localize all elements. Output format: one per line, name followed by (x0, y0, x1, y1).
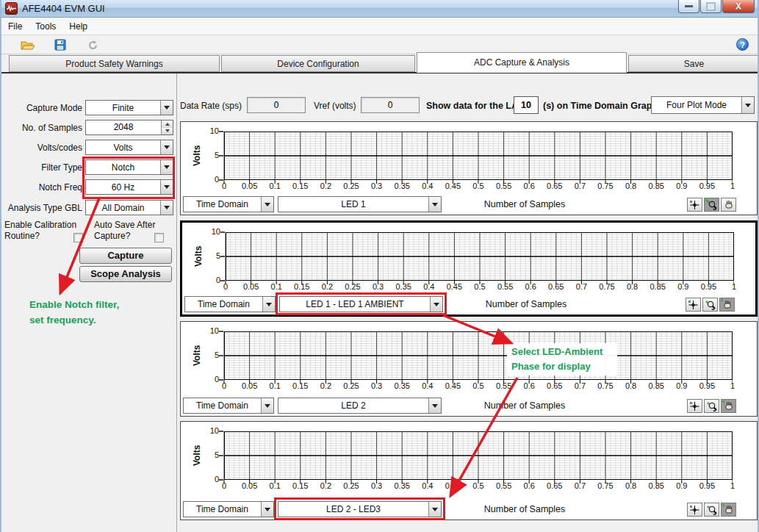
time-domain-select[interactable]: Time Domain (183, 501, 274, 517)
cursor-tool-button[interactable] (687, 503, 702, 517)
cursor-tool-icon (689, 505, 700, 515)
tab-product-safety-warnings[interactable]: Product Safety Warnings (9, 55, 220, 72)
x-tick-label: 1 (719, 282, 749, 291)
scope-analysis-button[interactable]: Scope Analysis (79, 266, 172, 282)
plot-mode-select[interactable]: Four Plot Mode (651, 96, 755, 114)
y-axis-title: Volts (191, 432, 203, 479)
field-no-of-samples: No. of Samples 2048 (3, 120, 173, 136)
chevron-down-icon[interactable] (160, 101, 173, 115)
tab-adc-capture-analysis[interactable]: ADC Capture & Analysis (417, 52, 627, 73)
waveform-graph-panel: Volts 1050 00.050.10.150.20.250.30.350.4… (180, 220, 758, 317)
refresh-button[interactable] (84, 37, 101, 52)
volts-codes-select[interactable]: Volts (85, 140, 173, 155)
help-button[interactable]: ? (736, 38, 749, 51)
channel-select[interactable]: LED 2 - LED3 (278, 501, 442, 517)
capture-button[interactable]: Capture (79, 248, 172, 264)
pan-tool-icon (724, 200, 734, 209)
plot-area[interactable] (218, 330, 733, 384)
menu-tools[interactable]: Tools (29, 19, 62, 34)
app-icon (5, 2, 18, 15)
zoom-tool-icon (705, 300, 716, 310)
vref-value: 0 (361, 97, 420, 113)
x-axis-title: Number of Samples (467, 299, 585, 309)
show-last-input[interactable]: 10 (514, 96, 539, 114)
graph-palette (687, 399, 736, 413)
field-volts-codes: Volts/codes Volts (3, 140, 173, 156)
minimize-icon (685, 5, 693, 7)
titlebar[interactable]: AFE4404 EVM GUI X (1, 0, 758, 18)
y-tick-label: 5 (203, 450, 219, 459)
zoom-tool-button[interactable] (704, 399, 719, 413)
time-domain-select[interactable]: Time Domain (183, 196, 274, 212)
zoom-tool-button[interactable] (704, 503, 719, 517)
spin-up-icon[interactable] (162, 121, 173, 128)
time-domain-select[interactable]: Time Domain (184, 296, 276, 312)
zoom-tool-icon (706, 505, 718, 515)
analysis-type-select[interactable]: All Domain (85, 200, 173, 215)
y-tick-label: 10 (204, 227, 220, 236)
chevron-down-icon[interactable] (430, 297, 442, 312)
x-axis-title: Number of Samples (466, 400, 583, 411)
plot-area[interactable] (218, 430, 733, 484)
window-title: AFE4404 EVM GUI (22, 3, 105, 14)
chevron-down-icon[interactable] (261, 197, 273, 212)
notch-freq-select[interactable]: 60 Hz (85, 179, 173, 195)
plot-area[interactable] (218, 130, 733, 184)
save-icon (54, 39, 66, 51)
maximize-button[interactable] (700, 0, 722, 13)
pan-tool-icon (724, 505, 734, 514)
plot-area[interactable] (220, 231, 734, 285)
calibration-checkbox[interactable] (73, 233, 83, 242)
notch-filter-annotation: Enable Notch filter, set frequency. (29, 297, 119, 328)
close-button[interactable]: X (722, 0, 755, 13)
filter-type-select[interactable]: Notch (85, 159, 173, 175)
cursor-tool-button[interactable] (687, 399, 702, 413)
pan-tool-button[interactable] (721, 399, 736, 413)
menu-bar: File Tools Help (1, 18, 758, 35)
field-label: Volts/codes (3, 143, 82, 153)
minimize-button[interactable] (678, 0, 699, 13)
zoom-tool-button[interactable] (702, 298, 718, 312)
chevron-down-icon[interactable] (262, 297, 275, 312)
menu-file[interactable]: File (1, 19, 29, 34)
chevron-down-icon[interactable] (261, 502, 273, 517)
chevron-down-icon[interactable] (160, 201, 173, 215)
channel-select[interactable]: LED 2 (278, 398, 442, 414)
cursor-tool-button[interactable] (687, 198, 702, 212)
menu-help[interactable]: Help (62, 19, 94, 34)
chevron-down-icon[interactable] (160, 160, 173, 174)
cursor-tool-button[interactable] (686, 298, 701, 312)
field-notch-freq: Notch Freq 60 Hz (3, 179, 173, 195)
x-axis-ticks: 00.050.10.150.20.250.30.350.40.450.50.55… (181, 181, 757, 191)
channel-select[interactable]: LED 1 - LED 1 AMBIENT (279, 296, 443, 312)
samples-stepper[interactable]: 2048 (85, 120, 173, 135)
cursor-tool-icon (688, 300, 699, 310)
pan-tool-button[interactable] (719, 298, 735, 312)
tab-device-configuration[interactable]: Device Configuration (221, 55, 415, 72)
zoom-tool-button[interactable] (704, 198, 719, 212)
open-folder-button[interactable] (19, 37, 37, 52)
chevron-down-icon[interactable] (428, 398, 441, 413)
capture-mode-select[interactable]: Finite (85, 100, 173, 115)
x-axis-ticks: 00.050.10.150.20.250.30.350.40.450.50.55… (181, 481, 757, 491)
chevron-down-icon[interactable] (428, 502, 441, 517)
pan-tool-button[interactable] (721, 198, 736, 212)
pan-tool-button[interactable] (721, 503, 736, 517)
save-button[interactable] (51, 37, 69, 52)
x-tick-label: 1 (718, 181, 747, 190)
time-domain-select[interactable]: Time Domain (183, 398, 274, 414)
spin-down-icon[interactable] (162, 128, 173, 135)
field-filter-type: Filter Type Notch (3, 159, 173, 176)
y-tick-label: 10 (203, 126, 219, 135)
autosave-checkbox[interactable] (154, 233, 164, 242)
channel-select[interactable]: LED 1 (278, 196, 442, 212)
chevron-down-icon[interactable] (428, 197, 441, 212)
chevron-down-icon[interactable] (261, 398, 273, 413)
chevron-down-icon[interactable] (160, 140, 173, 154)
x-axis-ticks: 00.050.10.150.20.250.30.350.40.450.50.55… (182, 282, 755, 292)
x-tick-label: 1 (718, 481, 747, 490)
chevron-down-icon[interactable] (741, 97, 754, 113)
data-rate-label: Data Rate (sps) (180, 101, 242, 111)
chevron-down-icon[interactable] (160, 180, 173, 194)
tab-save[interactable]: Save (628, 55, 759, 72)
